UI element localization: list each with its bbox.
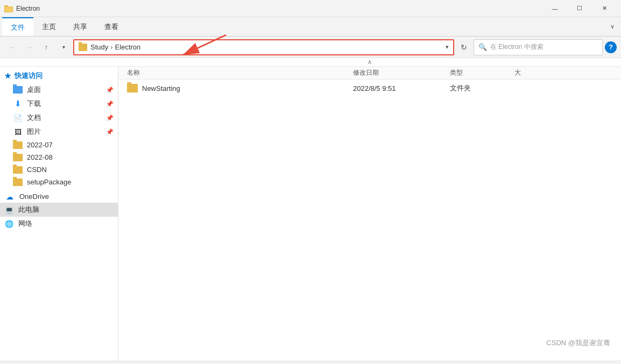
column-headers: 名称 修改日期 类型 大 [118,67,621,80]
download-icon: ⬇ [13,100,23,108]
tab-share[interactable]: 共享 [65,17,96,36]
status-bar: ☰ ⊞ [0,361,621,364]
forward-icon: → [26,43,33,51]
ribbon-expand-btn[interactable]: ∨ [610,23,615,30]
watermark: CSDN @我是谢宜骞 [546,338,610,348]
folder-yellow-icon-3 [13,166,23,174]
close-button[interactable]: ✕ [592,0,617,17]
tab-view[interactable]: 查看 [96,17,127,36]
folder-blue-icon [13,86,23,94]
folder-yellow-icon-2 [13,154,23,161]
address-bar-wrapper: Study › Electron ▾ [73,39,454,55]
sidebar-item-network-label: 网络 [18,219,32,229]
pin-icon: 📌 [106,87,114,94]
file-name-text: NewStarting [142,84,180,92]
file-name-cell: NewStarting [127,84,353,92]
minimize-button[interactable]: — [542,0,567,17]
back-icon: ← [9,43,16,51]
title-bar-controls: — ☐ ✕ [542,0,617,17]
list-view-button[interactable]: ☰ [593,362,604,365]
main-area: ★ 快速访问 桌面 📌 ⬇ 下载 📌 📄 文档 📌 [0,67,621,361]
sidebar-item-network[interactable]: 🌐 网络 [0,217,118,231]
back-button[interactable]: ← [4,40,19,55]
folder-yellow-icon-1 [13,141,23,149]
pin-icon-4: 📌 [106,129,114,135]
network-icon: 🌐 [4,220,14,227]
ribbon: 文件 主页 共享 查看 ∨ [0,17,621,37]
star-icon: ★ [4,72,11,80]
address-text: Study › Electron [90,43,442,51]
search-placeholder: 在 Electron 中搜索 [490,42,544,52]
pc-icon: 💻 [4,206,14,213]
sidebar-item-2022-08-label: 2022-08 [27,153,53,161]
help-button[interactable]: ? [605,41,617,53]
tab-file[interactable]: 文件 [2,17,33,36]
maximize-button[interactable]: ☐ [567,0,592,17]
sidebar-item-docs-label: 文档 [27,113,41,123]
sidebar-item-csdn[interactable]: CSDN [0,163,118,176]
grid-view-button[interactable]: ⊞ [606,362,617,365]
sidebar-item-download-label: 下载 [27,99,41,109]
address-bar[interactable]: Study › Electron ▾ [73,39,454,55]
chevron-down-icon: ▾ [62,44,65,50]
col-header-type[interactable]: 类型 [450,68,514,77]
sidebar-item-setuppackage[interactable]: setupPackage [0,176,118,188]
refresh-button[interactable]: ↻ [456,40,471,55]
svg-rect-2 [5,7,12,12]
sidebar-item-desktop-label: 桌面 [27,85,41,95]
address-part-electron: Electron [115,43,141,51]
col-header-modified[interactable]: 修改日期 [353,68,450,77]
search-icon: 🔍 [478,43,487,51]
sidebar-item-this-pc[interactable]: 💻 此电脑 [0,203,118,217]
pin-icon-3: 📌 [106,115,114,122]
onedrive-icon: ☁ [4,193,15,201]
sidebar-item-onedrive[interactable]: ☁ OneDrive [0,190,118,203]
address-separator: › [110,43,112,51]
address-folder-icon [79,44,87,51]
file-type: 文件夹 [450,83,514,93]
tab-home[interactable]: 主页 [33,17,65,36]
forward-button[interactable]: → [22,40,37,55]
sidebar-item-pictures-label: 图片 [27,127,41,137]
recent-locations-button[interactable]: ▾ [56,40,71,55]
pin-icon-2: 📌 [106,101,114,108]
img-icon: 🖼 [13,128,23,135]
folder-yellow-icon-4 [13,179,23,186]
sidebar-item-download[interactable]: ⬇ 下载 📌 [0,97,118,111]
search-bar[interactable]: 🔍 在 Electron 中搜索 [474,39,603,55]
collapse-row: ∧ [0,58,621,67]
sidebar-quick-access[interactable]: ★ 快速访问 [0,69,118,83]
doc-icon: 📄 [13,114,23,122]
address-dropdown-icon[interactable]: ▾ [446,44,449,51]
sidebar-item-pictures[interactable]: 🖼 图片 📌 [0,125,118,139]
sidebar-item-2022-08[interactable]: 2022-08 [0,151,118,163]
title-bar-title: Electron [16,5,542,12]
collapse-button[interactable]: ∧ [118,58,621,67]
content-area: 名称 修改日期 类型 大 NewStarting 2022/8/5 9:51 文… [118,67,621,361]
col-header-name[interactable]: 名称 [127,68,353,77]
view-icons: ☰ ⊞ [593,362,617,365]
up-icon: ↑ [45,43,48,51]
sidebar-item-csdn-label: CSDN [27,166,47,174]
sidebar-item-2022-07[interactable]: 2022-07 [0,139,118,151]
title-bar-icon [4,4,13,13]
up-button[interactable]: ↑ [39,40,54,55]
sidebar-item-documents[interactable]: 📄 文档 📌 [0,111,118,125]
sidebar-item-2022-07-label: 2022-07 [27,141,53,149]
address-part-study: Study [90,43,108,51]
sidebar-item-desktop[interactable]: 桌面 📌 [0,83,118,97]
nav-bar: ← → ↑ ▾ Study › Electron ▾ ↻ [0,37,621,58]
file-folder-icon [127,84,138,92]
sidebar: ★ 快速访问 桌面 📌 ⬇ 下载 📌 📄 文档 📌 [0,67,118,361]
sidebar-item-onedrive-label: OneDrive [19,192,49,201]
table-row[interactable]: NewStarting 2022/8/5 9:51 文件夹 [118,80,621,97]
quick-access-label: 快速访问 [15,71,43,81]
file-modified: 2022/8/5 9:51 [353,84,450,92]
col-header-size[interactable]: 大 [514,68,521,77]
sidebar-item-setuppackage-label: setupPackage [27,178,71,186]
refresh-icon: ↻ [461,43,467,52]
sidebar-item-this-pc-label: 此电脑 [18,205,39,215]
title-bar: Electron — ☐ ✕ [0,0,621,17]
